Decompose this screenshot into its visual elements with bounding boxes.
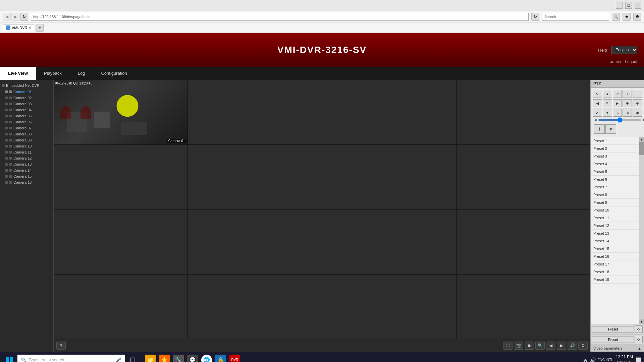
scrollbar-thumb[interactable]	[639, 142, 644, 155]
ptz-focus-near[interactable]: ⊕	[623, 99, 632, 107]
preset-item-1[interactable]: Preset 1	[591, 137, 639, 145]
taskbar-app-chrome[interactable]: 🌐	[200, 353, 213, 362]
grid-cell-1[interactable]: 04-12-2018 Qui 13:20:45 Camera 01	[54, 80, 187, 144]
prev-button[interactable]: ◀	[546, 342, 555, 350]
fullscreen-button[interactable]: ⛶	[503, 342, 513, 350]
sidebar-item-camera05[interactable]: Camera 05	[0, 113, 53, 119]
grid-cell-5[interactable]	[54, 145, 187, 209]
grid-cell-12[interactable]	[457, 210, 590, 274]
taskbar-search-box[interactable]: 🔍 Type here to search 🎤	[17, 355, 125, 362]
grid-cell-7[interactable]	[322, 145, 456, 209]
taskbar-app-tools[interactable]: 🔧	[172, 353, 185, 362]
preset-item-10[interactable]: Preset 10	[591, 206, 639, 214]
sidebar-item-camera16[interactable]: Camera 16	[0, 179, 53, 185]
next-button[interactable]: ▶	[557, 342, 566, 350]
sidebar-item-camera02[interactable]: Camera 02	[0, 95, 53, 101]
new-tab-button[interactable]: +	[36, 24, 44, 32]
minimize-button[interactable]: —	[616, 2, 623, 9]
back-button[interactable]: ◀	[3, 13, 11, 21]
admin-link[interactable]: admin	[610, 59, 621, 64]
sidebar-item-camera07[interactable]: Camera 07	[0, 125, 53, 131]
sidebar-item-camera12[interactable]: Camera 12	[0, 155, 53, 161]
sidebar-item-camera04[interactable]: Camera 04	[0, 107, 53, 113]
preset-tour-save-button[interactable]: ⟳	[635, 336, 643, 343]
preset-item-3[interactable]: Preset 3	[591, 153, 639, 160]
grid-cell-2[interactable]	[188, 80, 322, 144]
ptz-down[interactable]: ▼	[603, 109, 612, 117]
sidebar-item-camera13[interactable]: Camera 13	[0, 161, 53, 167]
taskbar-mic-icon[interactable]: 🎤	[116, 357, 121, 362]
zoom-in-button[interactable]: 🔍	[535, 342, 545, 350]
taskbar-app-chat[interactable]: 💬	[186, 353, 199, 362]
start-button[interactable]	[3, 353, 16, 362]
ptz-wiper-button[interactable]: ♥	[605, 124, 616, 134]
close-button[interactable]: ✕	[635, 2, 641, 9]
tab-playback[interactable]: Playback	[36, 67, 70, 80]
ptz-focus-far[interactable]: ⊖	[633, 99, 642, 107]
settings-button[interactable]: ⚙	[578, 342, 588, 350]
ptz-auto[interactable]: ⟳	[603, 99, 612, 107]
preset-item-18[interactable]: Preset 18	[591, 268, 639, 276]
audio-button[interactable]: 🔊	[568, 342, 577, 350]
ptz-right[interactable]: ▶	[613, 99, 622, 107]
taskbar-clock[interactable]: 12:21 PM 4/12/2018	[616, 354, 633, 362]
ptz-up-right[interactable]: ↗	[613, 90, 622, 98]
search-button[interactable]: 🔍	[612, 13, 620, 21]
sidebar-group-header[interactable]: Embedded Net DVR	[0, 82, 53, 89]
ptz-zoom-in[interactable]: +	[623, 90, 632, 98]
sidebar-item-camera15[interactable]: Camera 15	[0, 173, 53, 179]
tab-log[interactable]: Log	[70, 67, 93, 80]
forward-button[interactable]: ▶	[11, 13, 19, 21]
favorites-button[interactable]: ★	[623, 13, 631, 21]
ptz-down-right[interactable]: ↘	[613, 109, 622, 117]
preset-item-17[interactable]: Preset 17	[591, 260, 639, 268]
tools-button[interactable]: ⚙	[633, 13, 641, 21]
sidebar-item-camera11[interactable]: Camera 11	[0, 149, 53, 155]
tab-item[interactable]: VMI-DVR ✕	[3, 24, 34, 31]
grid-cell-13[interactable]	[54, 275, 187, 339]
preset-item-4[interactable]: Preset 4	[591, 160, 639, 168]
grid-cell-8[interactable]	[457, 145, 590, 209]
preset-item-6[interactable]: Preset 6	[591, 176, 639, 183]
preset-item-19[interactable]: Preset 19	[591, 276, 639, 284]
preset-save-button[interactable]: ⟳	[635, 325, 643, 333]
preset-item-9[interactable]: Preset 9	[591, 199, 639, 206]
refresh-button[interactable]: ↻	[20, 13, 28, 21]
preset-call-button[interactable]: Preset	[592, 326, 634, 333]
ptz-speed-slider[interactable]	[598, 119, 641, 121]
grid-view-button[interactable]: ⊞	[56, 342, 66, 350]
grid-cell-16[interactable]	[457, 275, 590, 339]
preset-tour-button[interactable]: Preset	[592, 337, 634, 343]
preset-item-8[interactable]: Preset 8	[591, 191, 639, 199]
preset-item-11[interactable]: Preset 11	[591, 214, 639, 222]
language-select[interactable]: English	[611, 46, 637, 54]
show-desktop-button[interactable]: ⬜	[636, 357, 641, 362]
network-icon[interactable]: 🖧	[583, 357, 588, 362]
refresh-button2[interactable]: ↻	[531, 13, 539, 21]
ptz-left[interactable]: ◀	[593, 99, 602, 107]
video-params-section[interactable]: Video parameters ▲	[591, 345, 644, 352]
grid-cell-11[interactable]	[322, 210, 456, 274]
sidebar-item-camera01[interactable]: Camera 01	[0, 89, 53, 95]
ptz-iris-close[interactable]: ◉	[633, 109, 642, 117]
preset-item-5[interactable]: Preset 5	[591, 168, 639, 176]
preset-item-2[interactable]: Preset 2	[591, 145, 639, 153]
grid-cell-9[interactable]	[54, 210, 187, 274]
taskbar-app-lock[interactable]: 🔒	[214, 353, 227, 362]
task-view-button[interactable]: ❑	[126, 353, 140, 362]
preset-item-12[interactable]: Preset 12	[591, 222, 639, 230]
grid-cell-10[interactable]	[188, 210, 322, 274]
preset-item-14[interactable]: Preset 14	[591, 237, 639, 245]
ptz-up[interactable]: ▲	[603, 90, 612, 98]
preset-item-16[interactable]: Preset 16	[591, 253, 639, 260]
preset-item-7[interactable]: Preset 7	[591, 183, 639, 191]
sidebar-item-camera09[interactable]: Camera 09	[0, 137, 53, 143]
maximize-button[interactable]: ☐	[625, 2, 632, 9]
sidebar-item-camera06[interactable]: Camera 06	[0, 119, 53, 125]
tab-live-view[interactable]: Live View	[0, 67, 36, 80]
ptz-up-left[interactable]: ↖	[593, 90, 602, 98]
taskbar-app-explorer[interactable]: 📁	[144, 353, 157, 362]
ptz-zoom-out[interactable]: −	[633, 90, 642, 98]
ptz-iris-open[interactable]: ◎	[623, 109, 632, 117]
grid-cell-4[interactable]	[457, 80, 590, 144]
